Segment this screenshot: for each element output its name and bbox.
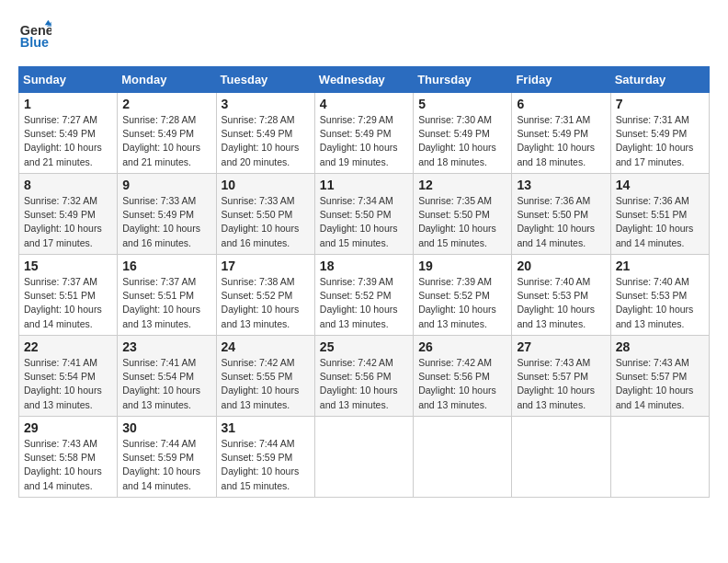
day-number: 11: [320, 178, 408, 192]
cell-text: Sunrise: 7:27 AMSunset: 5:49 PMDaylight:…: [24, 114, 102, 167]
calendar-cell: 4 Sunrise: 7:29 AMSunset: 5:49 PMDayligh…: [314, 93, 413, 174]
calendar-cell: [414, 417, 512, 498]
cell-text: Sunrise: 7:28 AMSunset: 5:49 PMDaylight:…: [122, 114, 200, 167]
cell-text: Sunrise: 7:36 AMSunset: 5:50 PMDaylight:…: [517, 195, 595, 248]
calendar-cell: 14 Sunrise: 7:36 AMSunset: 5:51 PMDaylig…: [610, 174, 709, 255]
calendar-cell: 1 Sunrise: 7:27 AMSunset: 5:49 PMDayligh…: [19, 93, 118, 174]
cell-text: Sunrise: 7:43 AMSunset: 5:57 PMDaylight:…: [517, 357, 595, 410]
calendar-cell: 15 Sunrise: 7:37 AMSunset: 5:51 PMDaylig…: [19, 255, 118, 336]
cell-text: Sunrise: 7:33 AMSunset: 5:49 PMDaylight:…: [122, 195, 200, 248]
calendar-cell: 11 Sunrise: 7:34 AMSunset: 5:50 PMDaylig…: [314, 174, 413, 255]
logo: General Blue: [18, 18, 55, 52]
calendar-cell: 3 Sunrise: 7:28 AMSunset: 5:49 PMDayligh…: [216, 93, 314, 174]
weekday-header: Wednesday: [314, 67, 413, 93]
day-number: 22: [24, 339, 112, 354]
calendar-cell: 25 Sunrise: 7:42 AMSunset: 5:56 PMDaylig…: [314, 336, 413, 417]
calendar-cell: 8 Sunrise: 7:32 AMSunset: 5:49 PMDayligh…: [19, 174, 118, 255]
day-number: 24: [222, 339, 310, 354]
logo-icon: General Blue: [18, 18, 51, 52]
calendar-cell: 12 Sunrise: 7:35 AMSunset: 5:50 PMDaylig…: [414, 174, 512, 255]
calendar-cell: 23 Sunrise: 7:41 AMSunset: 5:54 PMDaylig…: [118, 336, 216, 417]
day-number: 29: [24, 420, 112, 435]
day-number: 14: [616, 178, 704, 192]
day-number: 31: [222, 420, 310, 435]
day-number: 18: [320, 259, 408, 273]
cell-text: Sunrise: 7:29 AMSunset: 5:49 PMDaylight:…: [320, 114, 398, 167]
cell-text: Sunrise: 7:43 AMSunset: 5:57 PMDaylight:…: [616, 357, 694, 410]
day-number: 1: [24, 97, 112, 111]
day-number: 12: [418, 178, 506, 192]
calendar-cell: 5 Sunrise: 7:30 AMSunset: 5:49 PMDayligh…: [414, 93, 512, 174]
day-number: 19: [418, 259, 506, 273]
cell-text: Sunrise: 7:35 AMSunset: 5:50 PMDaylight:…: [418, 195, 496, 248]
cell-text: Sunrise: 7:34 AMSunset: 5:50 PMDaylight:…: [320, 195, 398, 248]
cell-text: Sunrise: 7:37 AMSunset: 5:51 PMDaylight:…: [122, 276, 200, 329]
weekday-header: Tuesday: [216, 67, 314, 93]
day-number: 25: [320, 339, 408, 354]
calendar-cell: 26 Sunrise: 7:42 AMSunset: 5:56 PMDaylig…: [414, 336, 512, 417]
day-number: 3: [222, 97, 310, 111]
calendar-cell: [512, 417, 610, 498]
cell-text: Sunrise: 7:31 AMSunset: 5:49 PMDaylight:…: [517, 114, 595, 167]
day-number: 17: [222, 259, 310, 273]
calendar-week-row: 29 Sunrise: 7:43 AMSunset: 5:58 PMDaylig…: [19, 417, 710, 498]
day-number: 16: [122, 259, 210, 273]
day-number: 10: [222, 178, 310, 192]
day-number: 15: [24, 259, 112, 273]
cell-text: Sunrise: 7:41 AMSunset: 5:54 PMDaylight:…: [122, 357, 200, 410]
cell-text: Sunrise: 7:42 AMSunset: 5:56 PMDaylight:…: [418, 357, 496, 410]
weekday-header: Friday: [512, 67, 610, 93]
calendar-cell: 30 Sunrise: 7:44 AMSunset: 5:59 PMDaylig…: [118, 417, 216, 498]
cell-text: Sunrise: 7:42 AMSunset: 5:55 PMDaylight:…: [222, 357, 300, 410]
weekday-header: Monday: [118, 67, 216, 93]
svg-text:Blue: Blue: [20, 35, 49, 50]
calendar-cell: 6 Sunrise: 7:31 AMSunset: 5:49 PMDayligh…: [512, 93, 610, 174]
cell-text: Sunrise: 7:40 AMSunset: 5:53 PMDaylight:…: [517, 276, 595, 329]
cell-text: Sunrise: 7:40 AMSunset: 5:53 PMDaylight:…: [616, 276, 694, 329]
calendar-cell: 2 Sunrise: 7:28 AMSunset: 5:49 PMDayligh…: [118, 93, 216, 174]
day-number: 13: [517, 178, 605, 192]
cell-text: Sunrise: 7:39 AMSunset: 5:52 PMDaylight:…: [320, 276, 398, 329]
calendar-cell: 31 Sunrise: 7:44 AMSunset: 5:59 PMDaylig…: [216, 417, 314, 498]
cell-text: Sunrise: 7:43 AMSunset: 5:58 PMDaylight:…: [24, 438, 102, 491]
calendar-cell: [610, 417, 709, 498]
cell-text: Sunrise: 7:30 AMSunset: 5:49 PMDaylight:…: [418, 114, 496, 167]
calendar-cell: 24 Sunrise: 7:42 AMSunset: 5:55 PMDaylig…: [216, 336, 314, 417]
weekday-header-row: SundayMondayTuesdayWednesdayThursdayFrid…: [19, 67, 710, 93]
calendar-cell: 29 Sunrise: 7:43 AMSunset: 5:58 PMDaylig…: [19, 417, 118, 498]
cell-text: Sunrise: 7:37 AMSunset: 5:51 PMDaylight:…: [24, 276, 102, 329]
calendar-week-row: 1 Sunrise: 7:27 AMSunset: 5:49 PMDayligh…: [19, 93, 710, 174]
weekday-header: Saturday: [610, 67, 709, 93]
day-number: 21: [616, 259, 704, 273]
cell-text: Sunrise: 7:41 AMSunset: 5:54 PMDaylight:…: [24, 357, 102, 410]
calendar-cell: 9 Sunrise: 7:33 AMSunset: 5:49 PMDayligh…: [118, 174, 216, 255]
cell-text: Sunrise: 7:39 AMSunset: 5:52 PMDaylight:…: [418, 276, 496, 329]
day-number: 20: [517, 259, 605, 273]
day-number: 2: [122, 97, 210, 111]
calendar-cell: 13 Sunrise: 7:36 AMSunset: 5:50 PMDaylig…: [512, 174, 610, 255]
calendar-cell: 21 Sunrise: 7:40 AMSunset: 5:53 PMDaylig…: [610, 255, 709, 336]
day-number: 5: [418, 97, 506, 111]
weekday-header: Sunday: [19, 67, 118, 93]
page-header: General Blue: [18, 18, 710, 52]
calendar-week-row: 22 Sunrise: 7:41 AMSunset: 5:54 PMDaylig…: [19, 336, 710, 417]
calendar-cell: 7 Sunrise: 7:31 AMSunset: 5:49 PMDayligh…: [610, 93, 709, 174]
cell-text: Sunrise: 7:44 AMSunset: 5:59 PMDaylight:…: [222, 438, 300, 491]
calendar-week-row: 15 Sunrise: 7:37 AMSunset: 5:51 PMDaylig…: [19, 255, 710, 336]
calendar-cell: 18 Sunrise: 7:39 AMSunset: 5:52 PMDaylig…: [314, 255, 413, 336]
day-number: 26: [418, 339, 506, 354]
day-number: 8: [24, 178, 112, 192]
cell-text: Sunrise: 7:33 AMSunset: 5:50 PMDaylight:…: [222, 195, 300, 248]
day-number: 27: [517, 339, 605, 354]
calendar-cell: 19 Sunrise: 7:39 AMSunset: 5:52 PMDaylig…: [414, 255, 512, 336]
calendar-week-row: 8 Sunrise: 7:32 AMSunset: 5:49 PMDayligh…: [19, 174, 710, 255]
cell-text: Sunrise: 7:38 AMSunset: 5:52 PMDaylight:…: [222, 276, 300, 329]
cell-text: Sunrise: 7:31 AMSunset: 5:49 PMDaylight:…: [616, 114, 694, 167]
calendar-cell: 27 Sunrise: 7:43 AMSunset: 5:57 PMDaylig…: [512, 336, 610, 417]
day-number: 9: [122, 178, 210, 192]
weekday-header: Thursday: [414, 67, 512, 93]
cell-text: Sunrise: 7:32 AMSunset: 5:49 PMDaylight:…: [24, 195, 102, 248]
cell-text: Sunrise: 7:28 AMSunset: 5:49 PMDaylight:…: [222, 114, 300, 167]
calendar-table: SundayMondayTuesdayWednesdayThursdayFrid…: [18, 66, 710, 498]
day-number: 6: [517, 97, 605, 111]
